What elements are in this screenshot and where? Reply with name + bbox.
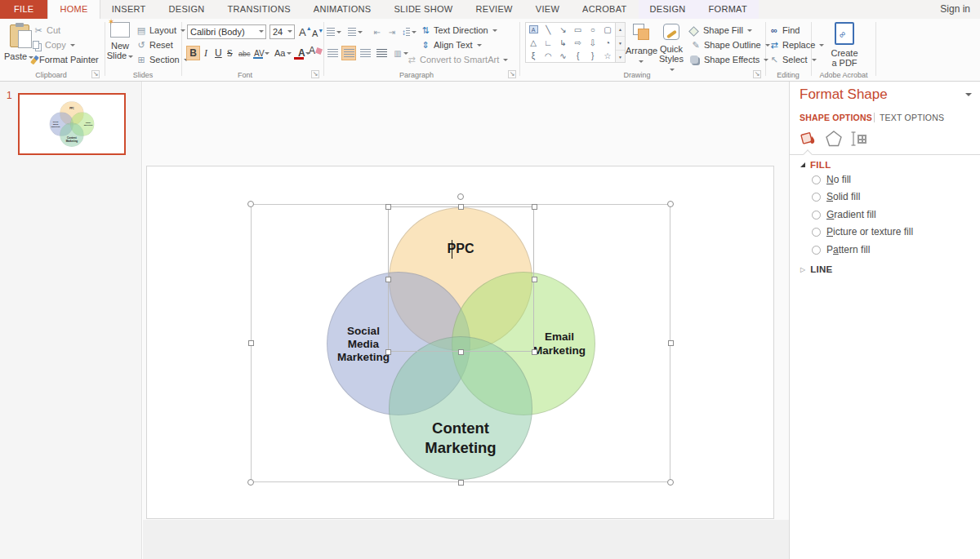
shape-glyph-icon[interactable]: ◠	[541, 49, 555, 62]
fill-section-header[interactable]: FILL	[800, 160, 831, 170]
numbering-button[interactable]	[348, 24, 363, 39]
fill-option-gradient-fill[interactable]: Gradient fill	[812, 209, 876, 220]
fill-option-solid-fill[interactable]: Solid fill	[812, 191, 860, 202]
fill-option-no-fill[interactable]: No fill	[812, 174, 851, 185]
shape-glyph-icon[interactable]: ╲	[541, 23, 555, 36]
shape-resize-handle[interactable]	[385, 204, 391, 210]
ribbon-tab-animations[interactable]: ANIMATIONS	[302, 0, 383, 19]
radio-pattern-fill[interactable]	[812, 246, 821, 255]
line-spacing-button[interactable]: ↕	[402, 24, 416, 39]
format-painter-button[interactable]: Format Painter	[33, 53, 99, 66]
character-spacing-button[interactable]: AV	[252, 46, 271, 60]
arrange-button[interactable]: Arrange	[626, 24, 655, 65]
paragraph-dialog-launcher-icon[interactable]: ↘	[508, 70, 516, 78]
cut-button[interactable]: ✂ Cut	[33, 24, 60, 37]
ribbon-tab-slide-show[interactable]: SLIDE SHOW	[382, 0, 464, 19]
create-pdf-button[interactable]: Create a PDF	[823, 48, 866, 68]
font-size-select[interactable]: 24	[270, 24, 295, 39]
group-resize-handle[interactable]	[667, 201, 674, 207]
shape-resize-handle[interactable]	[385, 349, 391, 355]
ribbon-tab-design[interactable]: DESIGN	[158, 0, 216, 19]
shape-glyph-icon[interactable]: ↘	[555, 23, 570, 36]
strikethrough-abc-button[interactable]: abc	[237, 47, 252, 61]
ribbon-tab-design[interactable]: DESIGN	[639, 0, 697, 19]
ribbon-tab-format[interactable]: FORMAT	[697, 0, 759, 19]
section-button[interactable]: ⊞ Section	[136, 53, 189, 66]
ribbon-tab-home[interactable]: HOME	[47, 0, 100, 19]
align-text-button[interactable]: ⇕ Align Text	[420, 38, 482, 51]
group-resize-handle[interactable]	[668, 340, 674, 346]
strikethrough-button[interactable]: S	[225, 46, 234, 60]
shrink-font-button[interactable]: A▼	[310, 26, 325, 41]
ribbon-tab-view[interactable]: VIEW	[524, 0, 571, 19]
bullets-button[interactable]	[327, 24, 341, 39]
align-center-button[interactable]	[341, 46, 356, 60]
align-right-button[interactable]	[358, 46, 372, 60]
convert-to-smartart-button[interactable]: ⇄ Convert to SmartArt	[406, 53, 508, 66]
shape-effects-button[interactable]: Shape Effects	[690, 53, 768, 66]
increase-indent-button[interactable]: ⇥	[385, 24, 399, 39]
fill-option-picture-or-texture-fill[interactable]: Picture or texture fill	[812, 226, 913, 237]
shape-fill-button[interactable]: Shape Fill	[690, 24, 752, 37]
pane-options-dropdown-icon[interactable]	[965, 93, 972, 100]
radio-picture-or-texture-fill[interactable]	[812, 228, 821, 237]
slide-1-thumbnail[interactable]: PPCSocialMediaMarketingEmailMarketingCon…	[18, 93, 126, 155]
radio-gradient-fill[interactable]	[812, 211, 821, 220]
shape-glyph-icon[interactable]: ▭	[570, 23, 585, 36]
change-case-button[interactable]: Aa	[273, 46, 293, 60]
new-slide-button[interactable]: New Slide	[106, 22, 134, 60]
size-properties-tab-icon[interactable]	[849, 128, 870, 149]
group-resize-handle[interactable]	[248, 340, 254, 346]
shape-glyph-icon[interactable]: ξ	[526, 49, 541, 62]
shape-glyph-icon[interactable]: }	[586, 49, 600, 62]
ribbon-tab-file[interactable]: FILE	[0, 0, 47, 19]
ribbon-tab-review[interactable]: REVIEW	[465, 0, 524, 19]
shape-resize-handle[interactable]	[532, 349, 537, 355]
group-resize-handle[interactable]	[247, 201, 254, 207]
ribbon-tab-insert[interactable]: INSERT	[100, 0, 158, 19]
effects-tab-icon[interactable]	[823, 128, 844, 149]
group-resize-handle[interactable]	[247, 479, 254, 486]
shape-resize-handle[interactable]	[532, 277, 537, 282]
shape-outline-button[interactable]: ✎ Shape Outline	[690, 38, 770, 51]
replace-button[interactable]: ⇄ Replace	[768, 38, 824, 51]
align-left-button[interactable]	[325, 46, 340, 60]
shapes-scroll-down-icon[interactable]: ▼	[616, 37, 625, 51]
copy-button[interactable]: Copy	[33, 38, 75, 51]
shape-glyph-icon[interactable]: ▢	[600, 23, 615, 36]
shape-glyph-icon[interactable]: {	[570, 49, 585, 62]
ribbon-tab-acrobat[interactable]: ACROBAT	[571, 0, 638, 19]
tab-text-options[interactable]: TEXT OPTIONS	[880, 113, 944, 122]
shape-glyph-icon[interactable]: ↳	[555, 36, 570, 49]
shape-resize-handle[interactable]	[458, 204, 464, 210]
shape-glyph-icon[interactable]: ∟	[541, 36, 555, 49]
font-size-dropdown-icon[interactable]	[287, 30, 292, 35]
shape-glyph-icon[interactable]: ☆	[600, 49, 615, 62]
tab-shape-options[interactable]: SHAPE OPTIONS	[800, 113, 872, 122]
group-resize-handle[interactable]	[667, 479, 674, 486]
textbox-shape-icon[interactable]: A	[526, 23, 541, 36]
decrease-indent-button[interactable]: ⇤	[370, 24, 385, 39]
italic-button[interactable]: I	[203, 46, 209, 60]
fill-and-color-tab-icon[interactable]	[798, 128, 819, 149]
bold-button[interactable]: B	[186, 46, 200, 60]
font-color-button[interactable]: A	[296, 46, 312, 60]
shape-glyph-icon[interactable]: △	[526, 36, 541, 49]
slide-canvas[interactable]: PPCSocialMediaMarketingEmailMarketingCon…	[146, 166, 774, 519]
font-dialog-launcher-icon[interactable]: ↘	[311, 70, 319, 78]
text-direction-button[interactable]: ⇅ Text Direction	[420, 24, 497, 37]
radio-no-fill[interactable]	[812, 175, 821, 184]
sign-in-link[interactable]: Sign in	[940, 3, 970, 15]
line-section-header[interactable]: ▷ LINE	[800, 264, 833, 274]
rotation-handle[interactable]	[457, 193, 464, 200]
shape-glyph-icon[interactable]: ○	[586, 23, 600, 36]
font-name-dropdown-icon[interactable]	[259, 30, 264, 35]
select-button[interactable]: ↖ Select	[768, 53, 817, 66]
layout-button[interactable]: ▤ Layout	[136, 24, 185, 37]
clipboard-dialog-launcher-icon[interactable]: ↘	[91, 70, 100, 78]
radio-solid-fill[interactable]	[812, 193, 821, 202]
shape-selection-frame[interactable]	[388, 206, 534, 352]
shape-resize-handle[interactable]	[458, 349, 464, 355]
ribbon-tab-transitions[interactable]: TRANSITIONS	[216, 0, 302, 19]
shape-glyph-icon[interactable]: ⇨	[570, 36, 585, 49]
